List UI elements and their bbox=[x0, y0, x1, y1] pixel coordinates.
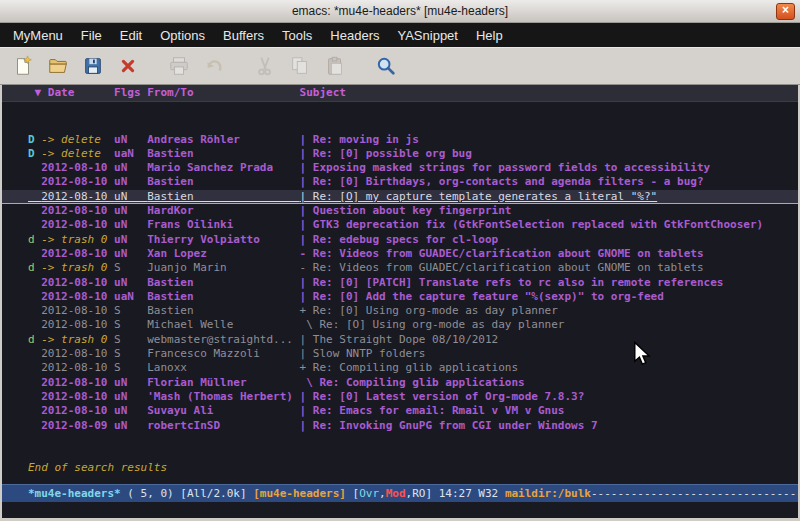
message-row[interactable]: d -> trash 0 S webmaster@straightd... | … bbox=[2, 333, 798, 347]
toolbar-save-button[interactable] bbox=[78, 51, 108, 81]
message-row-selected[interactable]: 2012-08-10 uN Bastien | Re: [O] my captu… bbox=[2, 190, 798, 204]
menu-item-help[interactable]: Help bbox=[467, 25, 512, 46]
message-row[interactable]: 2012-08-10 uN HardKor | Question about k… bbox=[2, 204, 798, 218]
message-list: D -> delete uN Andreas Röhler | Re: movi… bbox=[2, 133, 798, 433]
mode-line-segment: , bbox=[379, 487, 386, 500]
message-row[interactable]: d -> trash 0 S Juanjo Marin - Re: Videos… bbox=[2, 261, 798, 275]
toolbar-cut-button bbox=[250, 51, 280, 81]
toolbar-search-button[interactable] bbox=[371, 51, 401, 81]
message-row[interactable]: 2012-08-10 S Francesco Mazzoli | Slow NN… bbox=[2, 347, 798, 361]
message-row[interactable]: 2012-08-10 uN 'Mash (Thomas Herbert) | R… bbox=[2, 390, 798, 404]
mode-line[interactable]: *mu4e-headers* ( 5, 0) [All/2.0k] [mu4e-… bbox=[2, 484, 798, 502]
message-row[interactable]: 2012-08-10 uN Bastien | Re: [0] Birthday… bbox=[2, 175, 798, 189]
open-file-icon bbox=[47, 55, 69, 77]
end-of-search-results: End of search results bbox=[2, 461, 798, 475]
menu-item-headers[interactable]: Headers bbox=[321, 25, 388, 46]
toolbar-new-file-button[interactable] bbox=[8, 51, 38, 81]
undo-icon bbox=[203, 55, 225, 77]
emacs-window: emacs: *mu4e-headers* [mu4e-headers] × M… bbox=[0, 0, 800, 521]
toolbar-open-file-button[interactable] bbox=[43, 51, 73, 81]
message-row[interactable]: 2012-08-10 uaN Bastien | Re: [0] Add the… bbox=[2, 290, 798, 304]
message-row[interactable]: 2012-08-10 uN Bastien | Re: [0] [PATCH] … bbox=[2, 276, 798, 290]
menu-item-tools[interactable]: Tools bbox=[273, 25, 321, 46]
new-file-icon bbox=[12, 55, 34, 77]
menu-item-mymenu[interactable]: MyMenu bbox=[4, 25, 72, 46]
mode-line-segment: ----------------------------------------… bbox=[591, 487, 798, 500]
menu-item-file[interactable]: File bbox=[72, 25, 111, 46]
titlebar[interactable]: emacs: *mu4e-headers* [mu4e-headers] × bbox=[0, 0, 800, 23]
headers-column-header[interactable]: ▼ Date Flgs From/To Subject bbox=[2, 85, 798, 102]
message-row[interactable]: 2012-08-10 uN Florian Müllner \ Re: Comp… bbox=[2, 376, 798, 390]
tool-bar bbox=[0, 47, 800, 85]
message-row[interactable]: 2012-08-10 S Bastien + Re: [0] Using org… bbox=[2, 304, 798, 318]
toolbar-print-button bbox=[164, 51, 194, 81]
menu-item-options[interactable]: Options bbox=[151, 25, 214, 46]
mode-line-segment: Mod bbox=[386, 487, 406, 500]
paste-icon bbox=[324, 55, 346, 77]
search-icon bbox=[375, 55, 397, 77]
toolbar-paste-button bbox=[320, 51, 350, 81]
message-row[interactable]: D -> delete uN Andreas Röhler | Re: movi… bbox=[2, 133, 798, 147]
message-row[interactable]: 2012-08-09 uN robertcInSD | Re: Invoking… bbox=[2, 419, 798, 433]
cut-icon bbox=[254, 55, 276, 77]
copy-icon bbox=[289, 55, 311, 77]
toolbar-undo-button bbox=[199, 51, 229, 81]
mode-line-segment: [ bbox=[346, 487, 359, 500]
message-row[interactable]: d -> trash 0 uN Thierry Volpiatto | Re: … bbox=[2, 233, 798, 247]
minibuffer[interactable] bbox=[2, 502, 798, 518]
message-row[interactable]: 2012-08-10 S Lanoxx + Re: Compiling glib… bbox=[2, 361, 798, 375]
menu-bar: MyMenuFileEditOptionsBuffersToolsHeaders… bbox=[0, 23, 800, 47]
toolbar-copy-button bbox=[285, 51, 315, 81]
mode-line-segment: ,RO] bbox=[406, 487, 433, 500]
print-icon bbox=[168, 55, 190, 77]
window-close-button[interactable]: × bbox=[776, 3, 795, 20]
message-row[interactable]: D -> delete uaN Bastien | Re: [0] possib… bbox=[2, 147, 798, 161]
message-row[interactable]: 2012-08-10 uN Suvayu Ali | Re: Emacs for… bbox=[2, 404, 798, 418]
window-title: emacs: *mu4e-headers* [mu4e-headers] bbox=[292, 4, 508, 18]
mode-line-segment: ( 5, 0) [All/2.0k] bbox=[121, 487, 253, 500]
message-row[interactable]: 2012-08-10 uN Xan Lopez - Re: Videos fro… bbox=[2, 247, 798, 261]
toolbar-close-button[interactable] bbox=[113, 51, 143, 81]
menu-item-yasnippet[interactable]: YASnippet bbox=[388, 25, 466, 46]
mu4e-headers-buffer: ▼ Date Flgs From/To Subject D -> delete … bbox=[0, 85, 800, 521]
message-list-area: D -> delete uN Andreas Röhler | Re: movi… bbox=[2, 102, 798, 484]
mode-line-segment: 14:27 W32 bbox=[432, 487, 505, 500]
message-row[interactable]: 2012-08-10 S Michael Welle \ Re: [O] Usi… bbox=[2, 318, 798, 332]
menu-item-edit[interactable]: Edit bbox=[111, 25, 151, 46]
mode-line-segment: maildir:/bulk bbox=[505, 487, 591, 500]
message-row[interactable]: 2012-08-10 uN Mario Sanchez Prada | Expo… bbox=[2, 161, 798, 175]
mode-line-segment: Ovr bbox=[359, 487, 379, 500]
close-icon bbox=[117, 55, 139, 77]
mode-line-segment: *mu4e-headers* bbox=[28, 487, 121, 500]
menu-item-buffers[interactable]: Buffers bbox=[214, 25, 273, 46]
message-row[interactable]: 2012-08-10 uN Frans Oilinki | GTK3 depre… bbox=[2, 218, 798, 232]
save-icon bbox=[82, 55, 104, 77]
mode-line-segment: [mu4e-headers] bbox=[253, 487, 346, 500]
